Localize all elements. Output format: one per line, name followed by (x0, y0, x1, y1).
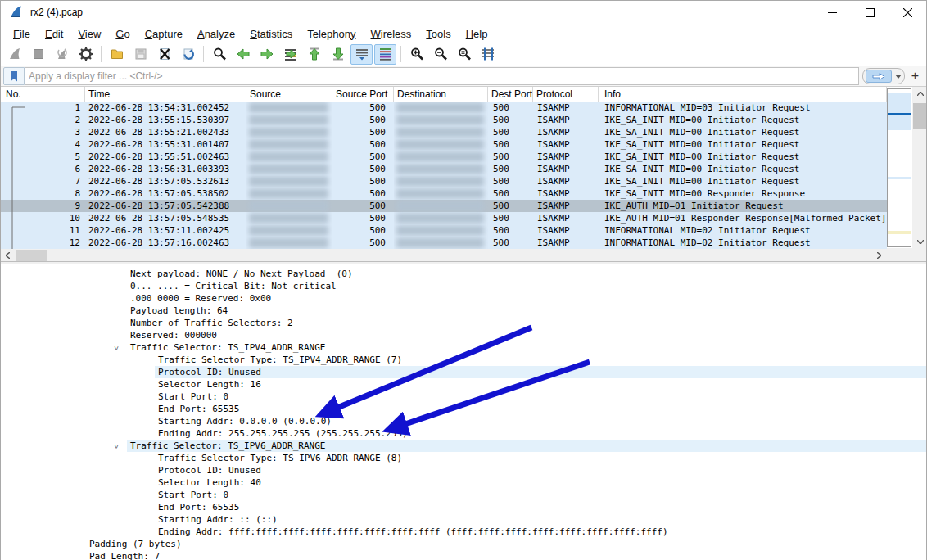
menu-capture[interactable]: Capture (138, 25, 190, 43)
close-button[interactable] (889, 1, 926, 24)
detail-line[interactable]: Number of Traffic Selectors: 2 (1, 317, 927, 329)
packet-list-horizontal-scrollbar[interactable] (1, 249, 887, 262)
detail-line[interactable]: Start Port: 0 (1, 391, 927, 403)
detail-line[interactable]: 0... .... = Critical Bit: Not critical (1, 280, 927, 292)
detail-line[interactable]: Ending Addr: ffff:ffff:ffff:ffff:ffff:ff… (1, 526, 927, 538)
packet-row-4[interactable]: 42022-06-28 13:55:31.001407500500ISAKMPI… (1, 138, 887, 151)
zoom-reset-button[interactable] (453, 44, 475, 65)
detail-line[interactable]: Protocol ID: Unused (1, 366, 927, 378)
scroll-right-button[interactable] (872, 250, 885, 261)
menu-wireless[interactable]: Wireless (364, 25, 419, 43)
find-packet-button[interactable] (208, 44, 230, 65)
packet-row-12[interactable]: 122022-06-28 13:57:16.002463500500ISAKMP… (1, 237, 887, 249)
packet-row-5[interactable]: 52022-06-28 13:55:51.002463500500ISAKMPI… (1, 151, 887, 163)
menu-view[interactable]: View (70, 25, 108, 43)
menu-analyze[interactable]: Analyze (190, 25, 242, 43)
column-header-destination[interactable]: Destination (394, 87, 488, 102)
column-header-no[interactable]: No. (1, 87, 85, 102)
go-forward-button[interactable] (255, 44, 278, 65)
scroll-up-button[interactable] (912, 87, 927, 100)
detail-line[interactable]: >Traffic Selector: TS_IPV6_ADDR_RANGE (1, 440, 927, 452)
detail-line[interactable]: Starting Addr: 0.0.0.0 (0.0.0.0) (1, 415, 927, 427)
detail-line[interactable]: Next payload: NONE / No Next Payload (0) (1, 268, 927, 280)
detail-line[interactable]: Start Port: 0 (1, 489, 927, 501)
stop-capture-button[interactable] (27, 44, 49, 65)
packet-row-1[interactable]: 12022-06-28 13:54:31.002452500500ISAKMPI… (1, 102, 887, 114)
redacted-destination-address (396, 127, 484, 138)
go-back-button[interactable] (232, 44, 254, 65)
detail-line[interactable]: >Traffic Selector: TS_IPV4_ADDR_RANGE (1, 341, 927, 354)
resize-columns-button[interactable] (477, 44, 499, 65)
menu-help[interactable]: Help (459, 25, 495, 43)
scroll-down-button[interactable] (912, 235, 927, 248)
column-header-protocol[interactable]: Protocol (533, 87, 599, 102)
menu-go[interactable]: Go (108, 25, 137, 43)
packet-row-11[interactable]: 112022-06-28 13:57:11.002425500500ISAKMP… (1, 224, 887, 237)
packet-row-2[interactable]: 22022-06-28 13:55:15.530397500500ISAKMPI… (1, 114, 887, 126)
column-header-source-port[interactable]: Source Port (332, 87, 394, 102)
intelligent-scrollbar-minimap[interactable] (887, 88, 911, 247)
detail-line[interactable]: End Port: 65535 (1, 501, 927, 513)
detail-line[interactable]: Selector Length: 40 (1, 476, 927, 489)
packet-row-10[interactable]: 102022-06-28 13:57:05.548535500500ISAKMP… (1, 212, 887, 224)
packet-row-6[interactable]: 62022-06-28 13:56:31.003393500500ISAKMPI… (1, 163, 887, 175)
zoom-out-button[interactable] (429, 44, 451, 65)
packet-row-8[interactable]: 82022-06-28 13:57:05.538502500500ISAKMPI… (1, 187, 887, 200)
expander-chevron-icon[interactable]: > (110, 346, 122, 350)
expander-chevron-icon[interactable]: > (110, 445, 122, 449)
menu-tools[interactable]: Tools (418, 25, 458, 43)
detail-line[interactable]: Reserved: 000000 (1, 329, 927, 341)
minimize-button[interactable] (813, 1, 851, 24)
go-to-packet-button[interactable] (279, 44, 301, 65)
menu-telephony[interactable]: Telephony (300, 25, 363, 43)
menu-file[interactable]: File (6, 25, 38, 43)
packet-row-7[interactable]: 72022-06-28 13:57:05.532613500500ISAKMPI… (1, 175, 887, 187)
detail-line[interactable]: Ending Addr: 255.255.255.255 (255.255.25… (1, 427, 927, 440)
go-first-packet-button[interactable] (303, 44, 325, 65)
start-capture-button[interactable] (3, 44, 25, 65)
column-header-source[interactable]: Source (246, 87, 332, 102)
cell-source-redacted (246, 224, 332, 237)
detail-line[interactable]: Traffic Selector Type: TS_IPV6_ADDR_RANG… (1, 452, 927, 464)
detail-line[interactable]: Starting Addr: :: (::) (1, 513, 927, 526)
maximize-button[interactable] (851, 1, 889, 24)
horizontal-scroll-thumb[interactable] (16, 250, 47, 261)
menu-statistics[interactable]: Statistics (242, 25, 300, 43)
filter-bookmark-button[interactable] (3, 67, 25, 85)
column-header-dest-port[interactable]: Dest Port (488, 87, 533, 102)
save-file-button[interactable] (129, 44, 151, 65)
go-last-packet-button[interactable] (327, 44, 349, 65)
display-filter-input[interactable]: Apply a display filter ... <Ctrl-/> (25, 67, 859, 85)
detail-line[interactable]: Payload length: 64 (1, 305, 927, 317)
restart-capture-button[interactable] (51, 44, 73, 65)
detail-line[interactable]: Pad Length: 7 (1, 550, 927, 560)
filter-dropdown-caret-icon[interactable] (895, 75, 902, 79)
menu-bar: FileEditViewGoCaptureAnalyzeStatisticsTe… (1, 24, 926, 43)
chevron-left-icon (6, 252, 10, 259)
close-file-button[interactable] (153, 44, 175, 65)
packet-row-3[interactable]: 32022-06-28 13:55:21.002433500500ISAKMPI… (1, 126, 887, 138)
packet-row-9[interactable]: 92022-06-28 13:57:05.542388500500ISAKMPI… (1, 200, 887, 212)
detail-line[interactable]: End Port: 65535 (1, 403, 927, 415)
capture-options-button[interactable] (75, 44, 97, 65)
colorize-packets-button[interactable] (374, 44, 396, 65)
vertical-scroll-thumb[interactable] (913, 103, 927, 129)
column-header-time[interactable]: Time (85, 87, 246, 102)
detail-line[interactable]: .000 0000 = Reserved: 0x00 (1, 292, 927, 305)
menu-edit[interactable]: Edit (38, 25, 70, 43)
add-filter-button[interactable]: + (911, 70, 919, 83)
minimap-warning-mark (888, 231, 911, 234)
auto-scroll-button[interactable] (350, 44, 373, 65)
detail-line[interactable]: Protocol ID: Unused (1, 464, 927, 476)
open-file-button[interactable] (106, 44, 128, 65)
zoom-in-button[interactable] (405, 44, 427, 65)
column-header-info[interactable]: Info (599, 87, 887, 102)
arrow-up-bar-icon (307, 47, 322, 61)
scroll-left-button[interactable] (1, 250, 14, 261)
detail-line[interactable]: Padding (7 bytes) (1, 538, 927, 550)
reload-file-button[interactable] (177, 44, 199, 65)
detail-line[interactable]: Traffic Selector Type: TS_IPV4_ADDR_RANG… (1, 354, 927, 366)
apply-filter-button[interactable] (866, 70, 892, 83)
packet-list-vertical-scrollbar[interactable] (912, 87, 927, 248)
detail-line[interactable]: Selector Length: 16 (1, 378, 927, 391)
